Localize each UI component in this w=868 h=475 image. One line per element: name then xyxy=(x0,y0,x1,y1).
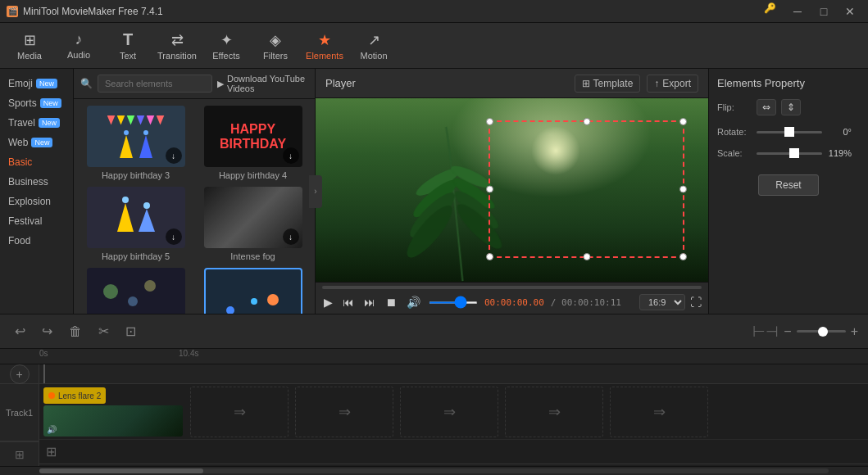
player-area: Player ⊞ Template ↑ Export xyxy=(316,69,708,314)
toolbar-item-effects[interactable]: ✦ Effects xyxy=(203,26,249,66)
sidebar-item-business[interactable]: Business xyxy=(0,172,73,192)
sidebar-item-web[interactable]: Web New xyxy=(0,133,73,152)
app: 🎬 MiniTool MovieMaker Free 7.4.1 🔑 ─ □ ✕… xyxy=(0,0,868,475)
toolbar-label-motion: Motion xyxy=(360,51,387,61)
add-track-button[interactable]: + xyxy=(10,364,30,384)
list-item[interactable] xyxy=(80,268,191,314)
player-video xyxy=(316,98,708,282)
timeline-content: + Track1 ⊞ xyxy=(0,364,868,466)
delete-button[interactable]: 🗑 xyxy=(64,320,87,342)
add-clip-placeholder[interactable]: ⇒ xyxy=(400,387,498,437)
add-clip-placeholder[interactable]: ⇒ xyxy=(295,387,393,437)
export-button[interactable]: ↑ Export xyxy=(647,75,698,93)
scale-slider[interactable] xyxy=(757,152,822,155)
list-item[interactable] xyxy=(198,268,308,314)
audio-icon: ♪ xyxy=(75,31,83,48)
toolbar-item-audio[interactable]: ♪ Audio xyxy=(56,26,102,66)
zoom-out-button[interactable]: − xyxy=(784,324,791,339)
fullscreen-button[interactable]: ⛶ xyxy=(690,296,702,309)
sidebar-label-food: Food xyxy=(8,235,30,247)
sidebar-item-festival[interactable]: Festival xyxy=(0,211,73,231)
aspect-ratio-select[interactable]: 16:9 9:16 1:1 4:3 xyxy=(639,294,685,310)
insert-arrow-icon: ⇒ xyxy=(234,403,246,421)
toolbar-item-text[interactable]: T Text xyxy=(105,26,151,66)
template-label: Template xyxy=(593,78,634,89)
player-progress-bar[interactable] xyxy=(322,286,702,289)
toolbar-item-media[interactable]: ⊞ Media xyxy=(7,26,52,66)
zoom-slider[interactable] xyxy=(797,330,846,332)
reset-button[interactable]: Reset xyxy=(758,174,818,196)
hb4-download-button[interactable]: ↓ xyxy=(283,147,299,164)
play-button[interactable]: ▶ xyxy=(322,294,334,310)
template-icon: ⊞ xyxy=(582,78,590,89)
sidebar-item-travel[interactable]: Travel New xyxy=(0,113,73,133)
add-clip-placeholder[interactable]: ⇒ xyxy=(505,387,603,437)
search-input[interactable] xyxy=(98,75,212,93)
toolbar-label-filters: Filters xyxy=(263,51,288,61)
hb3-download-button[interactable]: ↓ xyxy=(166,147,182,164)
sidebar-item-explosion[interactable]: Explosion xyxy=(0,192,73,211)
fog-download-button[interactable]: ↓ xyxy=(283,228,299,245)
filters-icon: ◈ xyxy=(270,31,281,49)
lens-flare-clip[interactable]: Lens flare 2 xyxy=(43,387,106,404)
template-button[interactable]: ⊞ Template xyxy=(575,75,641,93)
add-media-icon[interactable]: ⊞ xyxy=(46,444,57,459)
insert-arrow-icon: ⇒ xyxy=(548,403,561,421)
toolbar-item-motion[interactable]: ↗ Motion xyxy=(351,26,397,66)
list-item[interactable]: ↓ Happy birthday 3 xyxy=(80,106,191,180)
prev-frame-button[interactable]: ⏮ xyxy=(341,294,356,310)
hb5-download-button[interactable]: ↓ xyxy=(166,228,182,245)
toolbar-item-elements[interactable]: ★ Elements xyxy=(302,26,348,66)
scrollbar-thumb[interactable] xyxy=(39,468,203,473)
rotate-controls: 0° xyxy=(757,127,860,137)
motion-icon: ↗ xyxy=(368,31,380,49)
text-icon: T xyxy=(123,30,133,49)
insert-arrow-icon: ⇒ xyxy=(653,403,666,421)
minimize-button[interactable]: ─ xyxy=(786,2,809,20)
list-item[interactable]: HAPPYBIRTHDAY ↓ Happy birthday 4 xyxy=(198,106,308,180)
rotate-slider[interactable] xyxy=(757,131,822,133)
toolbar-item-filters[interactable]: ◈ Filters xyxy=(252,26,298,66)
next-frame-button[interactable]: ⏭ xyxy=(362,294,377,310)
cut-button[interactable]: ✂ xyxy=(93,320,114,342)
key-icon: 🔑 xyxy=(764,2,776,20)
selection-box xyxy=(489,120,685,258)
zoom-in-button[interactable]: + xyxy=(851,324,858,339)
toolbar-label-media: Media xyxy=(17,51,42,61)
add-clip-placeholder[interactable]: ⇒ xyxy=(190,387,289,437)
stop-button[interactable]: ⏹ xyxy=(384,294,398,310)
clip-placeholders: ⇒ ⇒ ⇒ ⇒ ⇒ xyxy=(187,387,708,437)
app-title: MiniTool MovieMaker Free 7.4.1 xyxy=(23,6,163,17)
flip-horizontal-button[interactable]: ⇔ xyxy=(757,99,776,115)
flip-property: Flip: ⇔ ⇕ xyxy=(717,99,860,115)
restore-button[interactable]: □ xyxy=(812,2,835,20)
timeline-horizontal-scrollbar[interactable] xyxy=(39,468,829,473)
sidebar-label-explosion: Explosion xyxy=(8,196,51,207)
sidebar-item-food[interactable]: Food xyxy=(0,231,73,251)
sidebar: Emoji New Sports New Travel New Web New … xyxy=(0,69,74,314)
add-clip-placeholder[interactable]: ⇒ xyxy=(610,387,708,437)
collapse-button[interactable]: › xyxy=(309,175,322,208)
elements-icon: ★ xyxy=(318,31,331,49)
sidebar-item-basic[interactable]: Basic xyxy=(0,152,73,172)
video-clip[interactable]: 🔊 xyxy=(43,405,183,437)
track2-icon: ⊞ xyxy=(0,441,39,466)
close-button[interactable]: ✕ xyxy=(838,2,861,20)
volume-button[interactable]: 🔊 xyxy=(405,294,422,310)
export-label: Export xyxy=(662,78,691,89)
redo-button[interactable]: ↪ xyxy=(37,320,57,342)
list-item[interactable]: ↓ Intense fog xyxy=(198,187,308,261)
list-item[interactable]: ↓ Happy birthday 5 xyxy=(80,187,191,261)
playhead[interactable] xyxy=(43,364,45,383)
lens-thumbnail xyxy=(204,268,302,314)
toolbar-item-transition[interactable]: ⇄ Transition xyxy=(154,26,200,66)
flip-vertical-button[interactable]: ⇕ xyxy=(781,99,801,115)
sidebar-item-emoji[interactable]: Emoji New xyxy=(0,74,73,93)
youtube-icon: ▶ xyxy=(217,79,224,89)
undo-button[interactable]: ↩ xyxy=(10,320,30,342)
hb3-label: Happy birthday 3 xyxy=(102,170,170,180)
crop-button[interactable]: ⊡ xyxy=(120,320,141,342)
sidebar-item-sports[interactable]: Sports New xyxy=(0,93,73,113)
download-youtube-button[interactable]: ▶ Download YouTube Videos xyxy=(217,74,308,93)
volume-slider[interactable] xyxy=(429,301,478,304)
